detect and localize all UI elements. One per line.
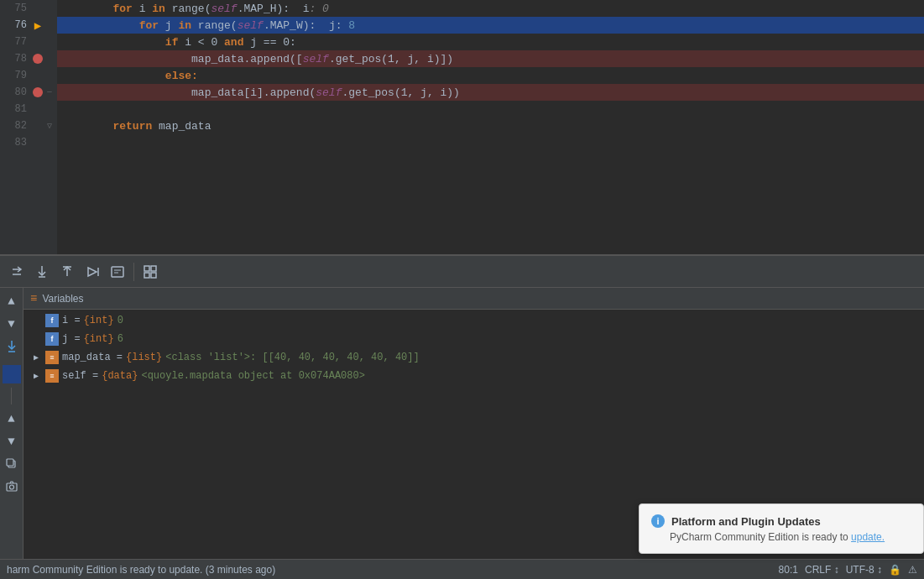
notification-title: i Platform and Plugin Updates <box>651 514 911 528</box>
debug-toolbar <box>0 256 924 288</box>
var-expand-j <box>30 333 42 345</box>
svg-rect-11 <box>144 273 149 278</box>
var-name-i: i = <box>62 315 81 326</box>
variables-title: Variables <box>42 293 83 305</box>
nav-down-button[interactable]: ▼ <box>2 314 22 334</box>
status-bar: harm Community Edition is ready to updat… <box>0 559 924 579</box>
line-number-80: 80 <box>0 86 32 98</box>
var-type-icon-i: f <box>45 314 59 327</box>
line-ending[interactable]: CRLF ↕ <box>805 564 839 576</box>
var-value-self: <quoyle.mapdata object at 0x074AA080> <box>141 370 364 382</box>
status-left: harm Community Edition is ready to updat… <box>7 564 275 576</box>
fold-icon-80[interactable]: ─ <box>44 86 55 98</box>
getpos-78: .get_pos(1, j, i)]) <box>329 53 453 65</box>
svg-rect-6 <box>112 267 123 277</box>
left-panel-nav: ▲ ▼ ▲ ▼ <box>0 288 23 559</box>
update-link[interactable]: update. <box>851 531 885 543</box>
gutter-icon-80[interactable] <box>32 87 44 97</box>
encoding[interactable]: UTF-8 ↕ <box>846 564 882 576</box>
gutter-icon-78[interactable] <box>32 54 44 64</box>
code-line-77[interactable]: if i < 0 and j == 0: <box>57 34 924 50</box>
code-line-79[interactable]: else: <box>57 67 924 84</box>
kw-in-76: in <box>178 19 197 32</box>
info-icon: i <box>651 514 665 528</box>
gutter-row-75: 75 <box>0 0 57 17</box>
gutter-row-78: 78 <box>0 50 57 67</box>
self-75: self <box>211 3 237 15</box>
code-line-82[interactable]: return map_data <box>57 117 924 134</box>
warning-icon[interactable]: ⚠ <box>908 564 917 576</box>
gutter-row-79: 79 <box>0 67 57 84</box>
nav-up-btn2[interactable]: ▲ <box>2 409 22 429</box>
variables-header: ≡ Variables <box>23 288 924 310</box>
map-w-76: .MAP_W): <box>264 19 329 32</box>
svg-rect-9 <box>144 266 149 271</box>
self-78: self <box>303 53 329 65</box>
active-bar[interactable] <box>3 365 21 383</box>
j-var-76: j <box>329 19 336 32</box>
nav-step-into-btn[interactable] <box>2 336 22 357</box>
kw-for-76: for <box>139 19 165 32</box>
gutter-row-83: 83 <box>0 134 57 151</box>
line-number-81: 81 <box>0 103 32 115</box>
gutter-row-77: 77 <box>0 34 57 50</box>
gutter-row-81: 81 <box>0 101 57 117</box>
gutter-row-82: 82 ▽ <box>0 117 57 134</box>
notification-popup: i Platform and Plugin Updates PyCharm Co… <box>639 503 924 554</box>
var-value-mapdata: <class 'list'>: [[40, 40, 40, 40, 40, 40… <box>165 352 419 363</box>
step-out-button[interactable] <box>55 260 79 284</box>
var-i-75: i <box>139 3 153 15</box>
mapdata-82: map_data <box>159 120 211 133</box>
step-over-button[interactable] <box>5 260 29 284</box>
map-h-75: .MAP_H): <box>238 3 303 15</box>
mapdata-i-80: map_data[i].append( <box>191 86 316 99</box>
code-line-75[interactable]: for i in range( self .MAP_H): i : 0 <box>57 0 924 17</box>
var-item-mapdata[interactable]: ▶ ≡ map_data = {list} <class 'list'>: [[… <box>23 348 924 367</box>
nav-camera-btn[interactable] <box>2 477 22 497</box>
nav-up-button[interactable]: ▲ <box>2 291 22 311</box>
self-80: self <box>316 86 342 99</box>
var-expand-mapdata[interactable]: ▶ <box>30 352 42 363</box>
notification-title-text: Platform and Plugin Updates <box>671 515 821 528</box>
code-line-80[interactable]: map_data[i].append( self .get_pos(1, j, … <box>57 84 924 101</box>
var-expand-i <box>30 315 42 326</box>
fold-icon-75[interactable] <box>44 3 55 14</box>
var-item-j[interactable]: f j = {int} 6 <box>23 330 924 348</box>
var-name-mapdata: map_data = <box>62 352 123 363</box>
kw-if-77: if <box>165 36 185 49</box>
var-type-self: {data} <box>102 370 138 382</box>
code-line-76[interactable]: for j in range( self .MAP_W): j : 8 <box>57 17 924 34</box>
nav-down-btn2[interactable]: ▼ <box>2 431 22 451</box>
step-into-button[interactable] <box>30 260 54 284</box>
encoding-arrow: ↕ <box>877 564 882 576</box>
encoding-text: UTF-8 <box>846 564 874 576</box>
cursor-position[interactable]: 80:1 <box>779 564 798 576</box>
line-number-83: 83 <box>0 137 32 149</box>
nav-copy-btn[interactable] <box>2 454 22 474</box>
kw-for-75: for <box>112 3 138 15</box>
code-line-78[interactable]: map_data.append([ self .get_pos(1, j, i)… <box>57 50 924 67</box>
run-to-cursor-button[interactable] <box>81 260 104 284</box>
var-item-i[interactable]: f i = {int} 0 <box>23 311 924 330</box>
line-number-76: 76 <box>0 19 32 31</box>
var-value-i: 0 <box>117 315 123 326</box>
var-name-j: j = <box>62 333 81 345</box>
line-gutter: 75 76 ▶ 77 78 79 80 <box>0 0 57 254</box>
var-item-self[interactable]: ▶ ≡ self = {data} <quoyle.mapdata object… <box>23 367 924 385</box>
var-value-j: 6 <box>117 333 123 345</box>
var-expand-self[interactable]: ▶ <box>30 370 42 382</box>
var-type-i: {int} <box>84 315 114 326</box>
breakpoint-78[interactable] <box>33 54 43 64</box>
restore-layout-button[interactable] <box>138 260 162 284</box>
breakpoint-80[interactable] <box>33 87 43 97</box>
colon-76: : <box>336 19 349 32</box>
lock-icon[interactable]: 🔒 <box>889 564 901 576</box>
line-number-82: 82 <box>0 120 32 132</box>
fold-icon-82[interactable]: ▽ <box>44 120 55 132</box>
variables-icon: ≡ <box>30 292 37 305</box>
j-val-76: 8 <box>348 19 355 32</box>
svg-rect-16 <box>7 459 13 466</box>
gutter-row-76: 76 ▶ <box>0 17 57 34</box>
evaluate-button[interactable] <box>106 260 129 284</box>
kw-and-77: and <box>224 36 250 49</box>
